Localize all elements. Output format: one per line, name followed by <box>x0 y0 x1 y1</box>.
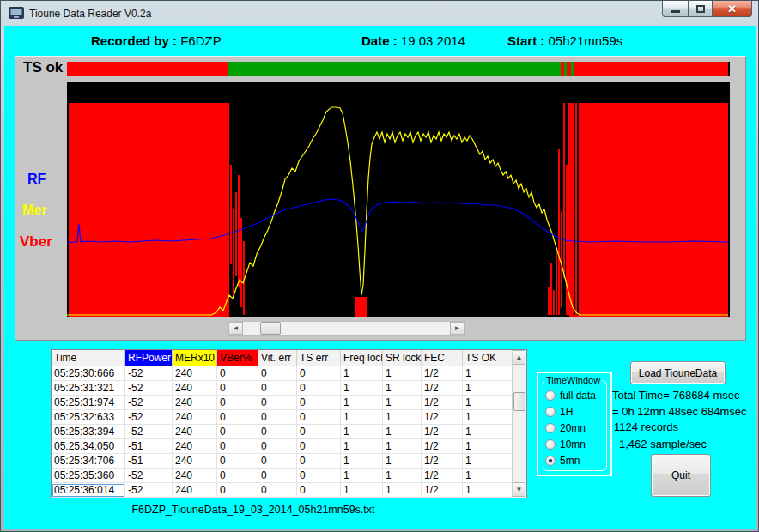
time-window-option-full-data[interactable]: full data <box>545 387 610 403</box>
table-row[interactable]: 05:25:35:360-52240000111/21 <box>52 469 526 483</box>
column-header-ts-ok[interactable]: TS OK <box>463 350 513 366</box>
time-window-option-10mn[interactable]: 10mn <box>545 436 610 452</box>
table-cell[interactable]: 0 <box>217 381 258 396</box>
table-cell[interactable]: 1/2 <box>422 366 463 381</box>
minimize-button[interactable] <box>662 1 688 17</box>
column-header-fec[interactable]: FEC <box>422 350 463 366</box>
table-cell[interactable]: -52 <box>125 381 173 396</box>
table-vscrollbar[interactable]: ▲ ▼ <box>512 350 526 497</box>
table-cell[interactable]: 1 <box>341 439 383 454</box>
scroll-left-arrow[interactable]: ◄ <box>228 322 243 335</box>
radio-button-icon[interactable] <box>545 407 556 417</box>
table-cell[interactable]: 1 <box>383 381 422 396</box>
table-cell[interactable]: 1/2 <box>422 425 463 439</box>
table-row[interactable]: 05:25:32:633-52240000111/21 <box>52 410 526 425</box>
table-cell[interactable]: 0 <box>217 425 258 439</box>
table-cell[interactable]: 1/2 <box>422 381 463 396</box>
table-cell[interactable]: 0 <box>217 396 258 410</box>
table-cell[interactable]: 1 <box>383 439 422 454</box>
scroll-up-arrow[interactable]: ▲ <box>513 350 525 365</box>
table-cell[interactable]: 1 <box>383 396 422 410</box>
table-cell[interactable]: 1/2 <box>422 483 463 498</box>
chart-hscrollbar[interactable]: ◄ ► <box>228 321 465 336</box>
radio-button-icon[interactable] <box>545 390 556 401</box>
table-cell[interactable]: 1 <box>341 381 383 396</box>
table-cell[interactable]: 0 <box>217 469 258 483</box>
table-cell[interactable]: 240 <box>173 439 217 454</box>
table-header-row[interactable]: TimeRFPowerMERx10VBer%Vit. errTS errFreq… <box>52 350 526 366</box>
table-cell[interactable]: -52 <box>125 469 173 483</box>
table-cell[interactable]: 1 <box>341 366 383 381</box>
table-cell[interactable]: 05:25:35:360 <box>52 469 125 483</box>
table-cell[interactable]: 0 <box>297 366 341 381</box>
table-cell[interactable]: 240 <box>173 483 217 498</box>
table-row[interactable]: 05:25:34:050-51240000111/21 <box>52 439 526 454</box>
table-cell[interactable]: 05:25:34:706 <box>52 454 125 469</box>
table-cell[interactable]: 1 <box>341 469 383 483</box>
table-cell[interactable]: 05:25:32:633 <box>52 410 125 425</box>
table-cell[interactable]: 1/2 <box>422 396 463 410</box>
table-cell[interactable]: -52 <box>125 483 173 498</box>
table-cell[interactable]: -52 <box>125 425 173 439</box>
column-header-sr-lock[interactable]: SR lock <box>383 350 422 366</box>
table-cell[interactable]: 0 <box>297 396 341 410</box>
scroll-right-arrow[interactable]: ► <box>450 322 465 335</box>
table-cell[interactable]: 0 <box>258 483 297 498</box>
table-cell[interactable]: 05:25:33:394 <box>52 425 125 439</box>
table-cell[interactable]: 0 <box>217 483 258 498</box>
column-header-vit-err[interactable]: Vit. err <box>258 350 297 366</box>
table-cell[interactable]: 0 <box>217 454 258 469</box>
table-cell[interactable]: 1 <box>341 425 383 439</box>
table-cell[interactable]: 240 <box>173 425 217 439</box>
table-row[interactable]: 05:25:36:014-52240000111/21 <box>52 483 526 498</box>
table-cell[interactable]: 240 <box>173 410 217 425</box>
table-cell[interactable]: 1/2 <box>422 410 463 425</box>
title-bar[interactable]: Tioune Data Reader V0.2a ✕ <box>1 1 758 26</box>
radio-button-icon[interactable] <box>545 423 556 433</box>
table-cell[interactable]: 0 <box>258 469 297 483</box>
table-row[interactable]: 05:25:34:706-51240000111/21 <box>52 454 526 469</box>
table-cell[interactable]: 0 <box>297 410 341 425</box>
time-window-option-5mn[interactable]: 5mn <box>545 452 610 469</box>
table-cell[interactable]: 0 <box>297 425 341 439</box>
table-cell[interactable]: 0 <box>258 381 297 396</box>
hscroll-track[interactable] <box>243 322 450 335</box>
column-header-vber-[interactable]: VBer% <box>217 350 258 366</box>
table-cell[interactable]: -52 <box>125 396 173 410</box>
table-cell[interactable]: 1 <box>463 425 513 439</box>
table-cell[interactable]: 1 <box>341 396 383 410</box>
table-cell[interactable]: 0 <box>258 396 297 410</box>
time-window-option-20mn[interactable]: 20mn <box>545 420 610 436</box>
table-cell[interactable]: 1 <box>383 454 422 469</box>
table-cell[interactable]: 1 <box>463 381 513 396</box>
hscroll-thumb[interactable] <box>260 322 281 335</box>
table-cell[interactable]: -51 <box>125 439 173 454</box>
table-cell[interactable]: 0 <box>258 425 297 439</box>
table-cell[interactable]: 05:25:30:666 <box>52 366 125 381</box>
table-cell[interactable]: 240 <box>173 469 217 483</box>
table-cell[interactable]: 1 <box>383 366 422 381</box>
table-cell[interactable]: 0 <box>297 483 341 498</box>
table-cell[interactable]: 1 <box>463 483 513 498</box>
table-cell[interactable]: 1 <box>463 366 513 381</box>
table-cell[interactable]: -52 <box>125 410 173 425</box>
maximize-button[interactable] <box>688 1 713 17</box>
table-row[interactable]: 05:25:30:666-52240000111/21 <box>52 366 526 381</box>
table-cell[interactable]: 0 <box>258 454 297 469</box>
table-cell[interactable]: 05:25:34:050 <box>52 439 125 454</box>
column-header-freq-lock[interactable]: Freq lock <box>341 350 383 366</box>
table-cell[interactable]: -51 <box>125 454 173 469</box>
table-cell[interactable]: 1 <box>341 483 383 498</box>
table-cell[interactable]: 1 <box>341 410 383 425</box>
table-cell[interactable]: 05:25:31:974 <box>52 396 125 410</box>
table-cell[interactable]: 05:25:31:321 <box>52 381 125 396</box>
column-header-rfpower[interactable]: RFPower <box>125 350 173 366</box>
table-cell[interactable]: 0 <box>297 454 341 469</box>
table-cell[interactable]: 1 <box>463 410 513 425</box>
table-cell[interactable]: 240 <box>173 366 217 381</box>
table-cell[interactable]: 0 <box>297 381 341 396</box>
quit-button[interactable]: Quit <box>651 454 711 497</box>
table-cell[interactable]: 1 <box>383 483 422 498</box>
table-cell[interactable]: -52 <box>125 366 173 381</box>
column-header-time[interactable]: Time <box>52 350 125 366</box>
